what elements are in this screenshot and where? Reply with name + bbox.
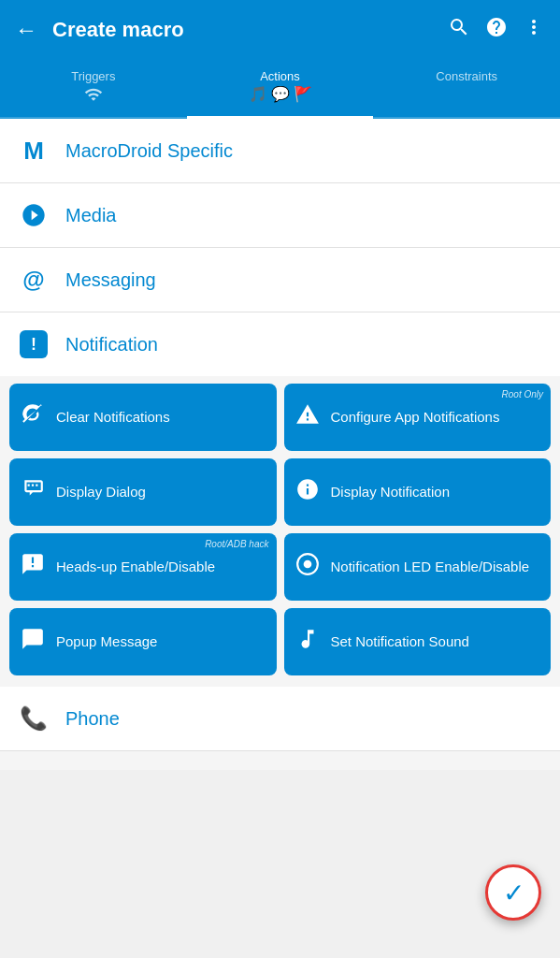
action-configure-app-notifications[interactable]: Root Only Configure App Notifications <box>284 384 552 451</box>
display-notification-icon <box>295 477 320 507</box>
action-display-notification[interactable]: Display Notification <box>284 458 552 526</box>
tab-bar: Triggers Actions 🎵 💬 🚩 Constraints <box>0 60 560 119</box>
notification-icon: ! <box>17 327 50 361</box>
tab-constraints[interactable]: Constraints <box>373 60 560 117</box>
notification-label: Notification <box>65 334 158 356</box>
search-icon[interactable] <box>448 16 470 44</box>
action-notification-led[interactable]: Notification LED Enable/Disable <box>284 533 552 601</box>
app-header: ← Create macro <box>0 0 560 60</box>
tab-triggers-label: Triggers <box>71 69 115 83</box>
configure-app-notifications-label: Configure App Notifications <box>331 408 500 427</box>
action-popup-message[interactable]: Popup Message <box>9 608 277 675</box>
action-clear-notifications[interactable]: Clear Notifications <box>9 384 277 451</box>
tab-triggers[interactable]: Triggers <box>0 60 187 117</box>
notification-led-icon <box>295 552 320 582</box>
tab-actions-icon-flag: 🚩 <box>294 85 312 103</box>
notification-led-label: Notification LED Enable/Disable <box>331 558 530 576</box>
header-actions <box>448 16 545 44</box>
display-dialog-icon <box>21 477 45 507</box>
tab-actions-icon-chat: 💬 <box>271 85 290 103</box>
category-macrodroid-specific[interactable]: M MacroDroid Specific <box>0 119 560 183</box>
svg-point-1 <box>303 560 311 569</box>
phone-icon: 📞 <box>17 702 50 735</box>
heads-up-icon <box>21 552 45 582</box>
tab-actions-label: Actions <box>260 69 300 83</box>
configure-app-notifications-icon <box>295 402 320 432</box>
root-only-badge: Root Only <box>502 389 543 399</box>
tab-actions[interactable]: Actions 🎵 💬 🚩 <box>187 60 374 117</box>
set-notification-sound-icon <box>295 627 320 657</box>
phone-label: Phone <box>65 708 120 730</box>
popup-message-label: Popup Message <box>56 632 157 651</box>
page-title: Create macro <box>52 18 448 42</box>
popup-message-icon <box>21 627 45 657</box>
macrodroid-icon: M <box>17 134 50 167</box>
messaging-label: Messaging <box>65 269 156 291</box>
action-heads-up[interactable]: Root/ADB hack Heads-up Enable/Disable <box>9 533 277 601</box>
notification-actions-section: Clear Notifications Root Only Configure … <box>0 376 560 683</box>
action-set-notification-sound[interactable]: Set Notification Sound <box>284 608 552 675</box>
set-notification-sound-label: Set Notification Sound <box>331 632 469 651</box>
messaging-icon: @ <box>17 263 50 297</box>
display-dialog-label: Display Dialog <box>56 483 146 501</box>
root-adb-badge: Root/ADB hack <box>205 539 268 549</box>
category-phone[interactable]: 📞 Phone <box>0 687 560 751</box>
clear-notifications-icon <box>21 402 45 432</box>
back-button[interactable]: ← <box>15 17 37 43</box>
category-media[interactable]: Media <box>0 183 560 248</box>
media-icon <box>17 198 50 232</box>
fab-confirm-button[interactable]: ✓ <box>485 864 541 921</box>
tab-triggers-icon <box>84 85 103 108</box>
help-icon[interactable] <box>485 16 508 44</box>
heads-up-label: Heads-up Enable/Disable <box>56 558 215 576</box>
more-menu-icon[interactable] <box>523 16 545 44</box>
action-display-dialog[interactable]: Display Dialog <box>9 458 277 526</box>
category-notification[interactable]: ! Notification <box>0 312 560 376</box>
category-messaging[interactable]: @ Messaging <box>0 248 560 312</box>
content-area: M MacroDroid Specific Media @ Messaging … <box>0 119 560 770</box>
media-label: Media <box>65 205 116 226</box>
tab-constraints-label: Constraints <box>436 69 497 83</box>
notification-actions-grid: Clear Notifications Root Only Configure … <box>9 384 551 675</box>
tab-actions-icon-music: 🎵 <box>249 85 267 103</box>
clear-notifications-label: Clear Notifications <box>56 408 170 427</box>
display-notification-label: Display Notification <box>331 483 451 501</box>
fab-check-icon: ✓ <box>503 878 524 908</box>
macrodroid-label: MacroDroid Specific <box>65 140 233 162</box>
